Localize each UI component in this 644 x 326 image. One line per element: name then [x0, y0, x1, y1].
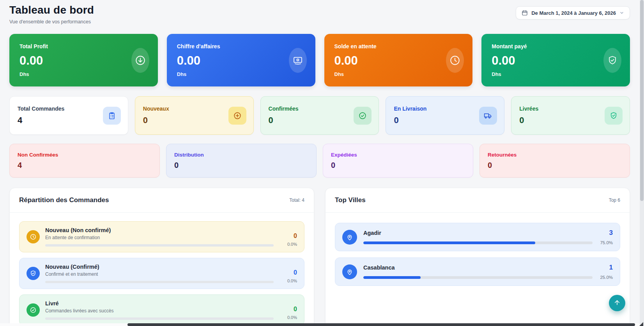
vertical-scrollbar-thumb[interactable] — [640, 0, 644, 201]
cities-panel-title: Top Villes — [335, 196, 366, 204]
order-status-row-livre: Livré Commandes livrées avec succès 0 0.… — [19, 294, 304, 326]
clock-icon — [27, 230, 40, 243]
city-name: Casablanca — [363, 264, 395, 271]
kpi-value: 0.00 — [19, 54, 148, 68]
order-status-count: 0 — [279, 269, 297, 276]
status-value: 0 — [331, 161, 465, 170]
plus-circle-icon — [228, 107, 246, 125]
city-percent: 25.0% — [597, 275, 613, 280]
order-status-stats: 0 0.0% — [279, 300, 297, 320]
scroll-to-top-button[interactable] — [609, 295, 625, 311]
top-cities-panel: Top Villes Top 6 Agadir 3 — [325, 188, 630, 326]
progress-bar — [45, 281, 274, 283]
status-cards-row: Total Commandes 4 Nouveaux 0 Confirmées … — [9, 96, 630, 135]
calendar-icon — [522, 10, 528, 16]
map-pin-icon — [342, 230, 357, 245]
progress-bar — [45, 317, 274, 320]
truck-icon — [479, 107, 497, 125]
order-status-info: Livré Commandes livrées avec succès — [45, 300, 274, 320]
cities-panel-top-label: Top 6 — [609, 197, 620, 203]
order-status-count: 0 — [279, 306, 297, 313]
order-status-stats: 0 0.0% — [279, 227, 297, 247]
kpi-currency: Dhs — [334, 71, 463, 77]
circle-arrow-down-icon — [131, 48, 149, 73]
status-label: Expédiées — [331, 152, 465, 158]
status-card-en-livraison: En Livraison 0 — [386, 96, 504, 135]
order-status-subtitle: Commandes livrées avec succès — [45, 308, 274, 314]
resize-grip — [639, 322, 643, 326]
status-value: 0 — [174, 161, 308, 170]
city-percent: 75.0% — [597, 240, 613, 245]
shield-check-icon — [605, 107, 623, 125]
cities-list: Agadir 3 75.0% — [326, 213, 630, 296]
kpi-label: Chiffre d'affaires — [177, 43, 305, 49]
kpi-value: 0.00 — [492, 54, 620, 68]
city-row-casablanca: Casablanca 1 25.0% — [335, 257, 620, 286]
status-value: 4 — [18, 161, 152, 170]
order-status-title: Nouveau (Non confirmé) — [45, 227, 274, 233]
check-circle-icon — [354, 107, 372, 125]
shield-check-icon — [27, 267, 40, 280]
status-label: Non Confirmées — [18, 152, 152, 158]
kpi-currency: Dhs — [492, 71, 620, 77]
status-card-total-commandes: Total Commandes 4 — [9, 96, 128, 135]
kpi-label: Total Profit — [19, 43, 148, 49]
progress-bar — [363, 241, 593, 244]
city-row-agadir: Agadir 3 75.0% — [335, 223, 620, 251]
order-status-row-nouveau-confirme: Nouveau (Confirmé) Confirmé et en traite… — [19, 258, 304, 289]
arrow-up-icon — [614, 299, 621, 307]
status-card-expediees: Expédiées 0 — [323, 144, 473, 178]
order-status-info: Nouveau (Non confirmé) En attente de con… — [45, 227, 274, 247]
kpi-card-chiffre-affaires: Chiffre d'affaires 0.00 Dhs — [167, 34, 315, 86]
kpi-value: 0.00 — [334, 54, 463, 68]
progress-bar — [45, 244, 274, 247]
status-cards-row-2: Non Confirmées 4 Distribution 0 Expédiée… — [9, 144, 630, 178]
page-title: Tableau de bord — [9, 4, 94, 16]
order-status-title: Nouveau (Confirmé) — [45, 264, 274, 270]
status-card-non-confirmees: Non Confirmées 4 — [9, 144, 160, 178]
city-count: 3 — [609, 229, 613, 237]
kpi-cards-row: Total Profit 0.00 Dhs Chiffre d'affaires… — [9, 34, 630, 86]
city-info: Agadir 3 75.0% — [363, 229, 613, 245]
map-pin-icon — [342, 264, 357, 279]
vertical-scrollbar[interactable] — [640, 0, 644, 326]
horizontal-scrollbar-thumb[interactable] — [127, 323, 635, 326]
status-label: Retournées — [488, 152, 622, 158]
orders-panel-total: Total: 4 — [289, 197, 304, 203]
order-status-title: Livré — [45, 300, 274, 307]
status-card-livrees: Livrées 0 — [511, 96, 630, 135]
kpi-card-montant-paye: Montant payé 0.00 Dhs — [481, 34, 630, 86]
kpi-label: Montant payé — [492, 43, 620, 49]
kpi-currency: Dhs — [19, 71, 148, 77]
date-range-picker[interactable]: De March 1, 2024 à January 6, 2026 — [516, 6, 630, 19]
clipboard-icon — [103, 107, 121, 125]
status-card-retournees: Retournées 0 — [479, 144, 630, 178]
topbar: Tableau de bord Vue d'ensemble de vos pe… — [9, 3, 630, 25]
order-status-subtitle: En attente de confirmation — [45, 235, 274, 240]
kpi-card-total-profit: Total Profit 0.00 Dhs — [9, 34, 158, 86]
kpi-label: Solde en attente — [334, 43, 463, 49]
panels-row: Répartition des Commandes Total: 4 Nouve… — [9, 188, 630, 326]
order-status-info: Nouveau (Confirmé) Confirmé et en traite… — [45, 264, 274, 283]
banknotes-icon — [289, 48, 307, 73]
order-status-subtitle: Confirmé et en traitement — [45, 271, 274, 277]
kpi-value: 0.00 — [177, 54, 305, 68]
progress-fill — [363, 276, 421, 279]
kpi-currency: Dhs — [177, 71, 305, 77]
status-card-distribution: Distribution 0 — [166, 144, 317, 178]
order-status-percent: 0.0% — [279, 278, 297, 283]
city-count: 1 — [609, 264, 613, 271]
page-heading: Tableau de bord Vue d'ensemble de vos pe… — [9, 3, 94, 25]
orders-panel-title: Répartition des Commandes — [19, 196, 109, 204]
clock-icon — [446, 48, 464, 73]
orders-list: Nouveau (Non confirmé) En attente de con… — [10, 213, 314, 326]
horizontal-scrollbar[interactable] — [0, 323, 640, 326]
chevron-down-icon — [619, 11, 624, 15]
order-status-row-nouveau-non-confirme: Nouveau (Non confirmé) En attente de con… — [19, 221, 304, 252]
order-status-stats: 0 0.0% — [279, 264, 297, 283]
status-card-nouveaux: Nouveaux 0 — [135, 96, 254, 135]
order-status-count: 0 — [279, 233, 297, 240]
kpi-card-solde-en-attente: Solde en attente 0.00 Dhs — [324, 34, 473, 86]
progress-bar — [363, 276, 593, 279]
cities-panel-header: Top Villes Top 6 — [326, 188, 630, 213]
